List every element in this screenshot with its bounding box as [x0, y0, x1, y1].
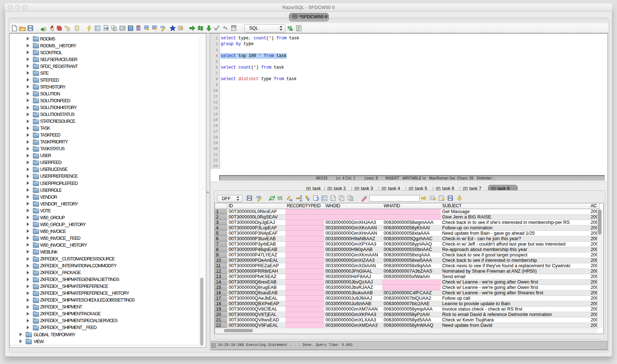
svg-text:66: 66 [288, 25, 292, 30]
